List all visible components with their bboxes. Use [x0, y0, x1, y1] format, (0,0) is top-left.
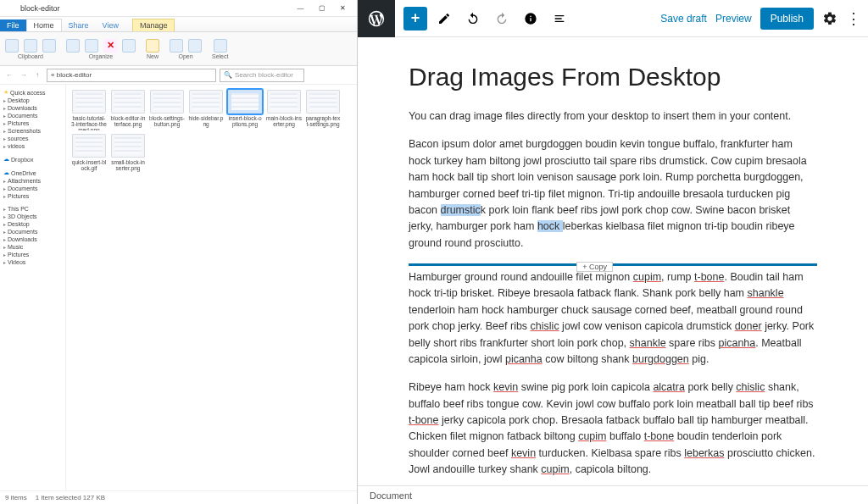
publish-button[interactable]: Publish [760, 8, 814, 30]
rename-icon[interactable] [122, 39, 136, 53]
tab-share[interactable]: Share [62, 19, 96, 31]
ribbon-group-new: New [146, 39, 159, 59]
preview-button[interactable]: Preview [715, 13, 752, 25]
pin-icon[interactable] [5, 39, 19, 53]
edit-mode-button[interactable] [432, 7, 456, 30]
select-all-icon[interactable] [214, 39, 227, 53]
post-title[interactable]: Drag Images From Desktop [409, 63, 817, 91]
save-draft-button[interactable]: Save draft [660, 13, 707, 25]
file-thumbnail[interactable]: paragraph-text-settings.png [305, 90, 341, 130]
maximize-icon[interactable]: ▢ [311, 0, 332, 17]
tab-view[interactable]: View [96, 19, 125, 31]
ribbon: Clipboard ✕ Organize New Open [0, 32, 357, 66]
file-thumbnail[interactable]: block-settings-button.png [149, 90, 185, 130]
tree-item[interactable]: 3D Objects [2, 213, 64, 220]
wordpress-editor: + Save draft Previ [358, 0, 868, 504]
delete-icon[interactable]: ✕ [103, 39, 117, 53]
file-thumbnail[interactable]: basic-tutorial-3-interface-themed.png [71, 90, 107, 130]
paragraph-block[interactable]: You can drag image files directly from y… [409, 108, 817, 125]
new-folder-icon[interactable] [146, 39, 159, 53]
address-bar[interactable]: « block-editor [47, 69, 216, 82]
editor-toolbar: + Save draft Previ [358, 0, 868, 37]
tree-item[interactable]: Downloads [2, 104, 64, 112]
tree-item[interactable]: OneDrive [2, 169, 64, 177]
file-name: basic-tutorial-3-interface-themed.png [71, 115, 107, 130]
nav-forward-icon[interactable]: → [18, 69, 30, 81]
settings-button[interactable] [822, 11, 837, 26]
status-selection: 1 item selected 127 KB [36, 494, 105, 501]
tree-item[interactable]: Quick access [2, 88, 64, 97]
image-icon [189, 90, 223, 114]
file-name: main-block-inserter.png [266, 115, 302, 130]
status-bar: 9 items 1 item selected 127 KB [0, 490, 357, 504]
file-thumbnail[interactable]: main-block-inserter.png [266, 90, 302, 130]
undo-icon [465, 11, 481, 26]
window-title: block-editor [20, 4, 60, 13]
ribbon-group-clipboard: Clipboard [5, 39, 56, 59]
tree-item[interactable]: videos [2, 142, 64, 150]
copy-icon[interactable] [24, 39, 37, 53]
tree-item[interactable]: Documents [2, 112, 64, 119]
undo-button[interactable] [461, 7, 485, 30]
address-bar-row: ← → ↑ « block-editor 🔍 Search block-edit… [0, 66, 357, 85]
file-thumbnail[interactable]: insert-block-options.png [227, 90, 263, 130]
tree-item[interactable]: sources [2, 135, 64, 142]
folder-tree[interactable]: Quick accessDesktopDownloadsDocumentsPic… [0, 85, 66, 490]
properties-icon[interactable] [170, 39, 183, 53]
minimize-icon[interactable]: — [290, 0, 311, 17]
tree-item[interactable]: Desktop [2, 97, 64, 104]
redo-button[interactable] [490, 7, 514, 30]
image-icon [228, 90, 262, 114]
pencil-icon [437, 11, 452, 26]
file-name: hide-sidebar.png [188, 115, 224, 130]
move-to-icon[interactable] [66, 39, 80, 53]
open-icon[interactable] [188, 39, 202, 53]
copy-to-icon[interactable] [85, 39, 98, 53]
search-input[interactable]: 🔍 Search block-editor [220, 69, 304, 82]
tree-item[interactable]: Documents [2, 228, 64, 235]
file-thumbnail[interactable]: hide-sidebar.png [188, 90, 224, 130]
status-item-count: 9 items [5, 494, 27, 501]
tree-item[interactable]: Videos [2, 258, 64, 266]
info-icon [523, 11, 538, 26]
tree-item[interactable]: Screenshots [2, 127, 64, 135]
wp-logo[interactable] [358, 0, 395, 37]
paragraph-block[interactable]: Hamburger ground round andouille filet m… [409, 269, 817, 368]
image-icon [111, 90, 145, 114]
outline-button[interactable] [548, 7, 571, 30]
tab-manage[interactable]: Manage [132, 19, 175, 31]
ribbon-tabs: File Home Share View Manage [0, 17, 357, 32]
tree-item[interactable]: Attachments [2, 177, 64, 185]
paste-icon[interactable] [42, 39, 56, 53]
paragraph-block[interactable]: Bacon ipsum dolor amet burgdoggen boudin… [409, 136, 817, 252]
tree-item[interactable]: Pictures [2, 192, 64, 200]
nav-up-icon[interactable]: ↑ [31, 69, 43, 81]
file-thumbnail[interactable]: small-block-inserter.png [110, 134, 146, 174]
paragraph-block[interactable]: Ribeye ham hock kevin swine pig pork loi… [409, 379, 817, 478]
file-thumbnail[interactable]: quick-insert-block.gif [71, 134, 107, 174]
file-name: small-block-inserter.png [110, 159, 146, 174]
explorer-titlebar[interactable]: block-editor — ▢ ✕ [0, 0, 357, 17]
tab-file[interactable]: File [0, 19, 26, 31]
close-icon[interactable]: ✕ [332, 0, 353, 17]
tree-item[interactable]: This PC [2, 205, 64, 213]
tree-item[interactable]: Dropbox [2, 155, 64, 163]
add-block-button[interactable]: + [403, 7, 427, 30]
file-grid[interactable]: basic-tutorial-3-interface-themed.pngblo… [66, 85, 357, 490]
redo-icon [494, 11, 509, 26]
tab-home[interactable]: Home [26, 19, 62, 31]
info-button[interactable] [519, 7, 542, 30]
tree-item[interactable]: Documents [2, 185, 64, 192]
tree-item[interactable]: Desktop [2, 220, 64, 228]
document-canvas[interactable]: Drag Images From Desktop You can drag im… [358, 37, 868, 485]
tree-item[interactable]: Music [2, 243, 64, 251]
file-thumbnail[interactable]: block-editor-interface.png [110, 90, 146, 130]
tree-item[interactable]: Pictures [2, 251, 64, 258]
breadcrumb[interactable]: Document [370, 490, 412, 501]
tree-item[interactable]: Pictures [2, 119, 64, 127]
more-menu-button[interactable]: ⋮ [846, 9, 861, 28]
file-name: quick-insert-block.gif [71, 159, 107, 174]
tree-item[interactable]: Downloads [2, 235, 64, 243]
image-icon [267, 90, 301, 114]
nav-back-icon[interactable]: ← [3, 69, 15, 81]
